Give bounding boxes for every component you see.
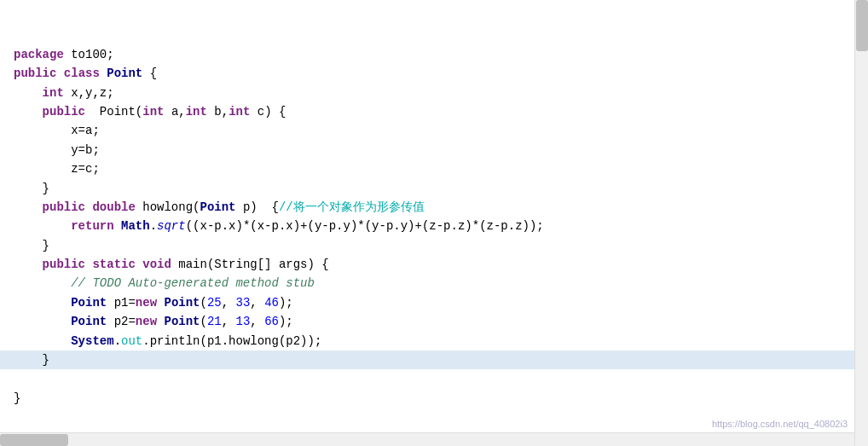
line-18: }: [14, 391, 20, 405]
scrollbar-right[interactable]: [854, 0, 868, 446]
line-3: int x,y,z;: [14, 86, 114, 100]
line-1: package to100;: [14, 48, 114, 61]
line-16: System.out.println(p1.howlong(p2));: [14, 334, 321, 348]
line-7: z=c;: [14, 162, 100, 176]
line-6: y=b;: [14, 143, 100, 157]
line-8: }: [14, 182, 49, 195]
line-13: // TODO Auto-generated method stub: [14, 276, 315, 290]
scrollbar-thumb-vertical[interactable]: [856, 0, 868, 51]
watermark: https://blog.csdn.net/qq_40802i3: [712, 419, 848, 429]
line-2: public class Point {: [14, 67, 157, 80]
line-5: x=a;: [14, 124, 100, 137]
scrollbar-bottom[interactable]: [0, 432, 854, 446]
code-area[interactable]: package to100; public class Point { int …: [0, 0, 868, 446]
line-11: }: [14, 239, 49, 252]
scrollbar-thumb-horizontal[interactable]: [0, 434, 68, 446]
line-9: public double howlong(Point p) {//将一个对象作…: [14, 200, 425, 214]
line-15: Point p2=new Point(21, 13, 66);: [14, 315, 293, 328]
line-12: public static void main(String[] args) {: [14, 258, 329, 271]
line-14: Point p1=new Point(25, 33, 46);: [14, 296, 293, 310]
line-4: public Point(int a,int b,int c) {: [14, 105, 286, 119]
line-17: }: [14, 350, 848, 369]
line-10: return Math.sqrt((x-p.x)*(x-p.x)+(y-p.y)…: [14, 219, 544, 233]
code-window: package to100; public class Point { int …: [0, 0, 868, 446]
